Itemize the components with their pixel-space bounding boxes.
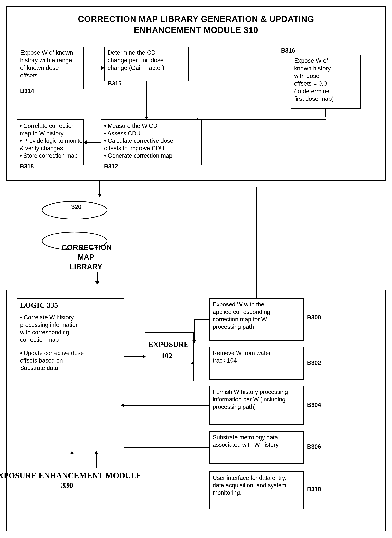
svg-text:associated with W history: associated with W history xyxy=(213,441,279,448)
arrow-cylinder-down xyxy=(65,272,130,288)
svg-text:B314: B314 xyxy=(20,88,34,94)
svg-text:Substrate metrology data: Substrate metrology data xyxy=(213,434,278,441)
svg-text:data acquisition, and system: data acquisition, and system xyxy=(213,482,286,489)
arrow-b318-down xyxy=(65,181,130,200)
svg-text:(to determine: (to determine xyxy=(294,88,329,94)
svg-text:first dose map): first dose map) xyxy=(294,95,334,102)
svg-text:Exposed W with the: Exposed W with the xyxy=(213,301,264,308)
svg-text:known history: known history xyxy=(294,65,331,72)
svg-text:B312: B312 xyxy=(104,163,118,170)
svg-text:EXPOSURE  ENHANCEMENT MODULE: EXPOSURE ENHANCEMENT MODULE xyxy=(0,471,142,480)
svg-text:B310: B310 xyxy=(307,486,321,492)
top-flow-area: Expose W of known history with a range o… xyxy=(15,45,377,172)
top-module-title: CORRECTION MAP LIBRARY GENERATION & UPDA… xyxy=(15,14,377,36)
svg-text:Retrieve W from wafer: Retrieve W from wafer xyxy=(213,350,271,356)
svg-marker-50 xyxy=(95,282,99,285)
svg-text:• Assess CDU: • Assess CDU xyxy=(104,130,140,137)
svg-text:correction map: correction map xyxy=(20,336,59,343)
cylinder-section: 320 CORRECTION MAP LIBRARY xyxy=(6,181,386,272)
svg-text:processing information: processing information xyxy=(20,321,79,328)
svg-text:B302: B302 xyxy=(307,359,321,366)
svg-text:EXPOSURE: EXPOSURE xyxy=(148,340,189,348)
svg-text:information per W (including: information per W (including xyxy=(213,396,285,403)
svg-text:history with a range: history with a range xyxy=(20,57,72,64)
svg-text:Expose W of: Expose W of xyxy=(294,57,328,64)
svg-text:map to W history: map to W history xyxy=(20,130,64,137)
svg-marker-22 xyxy=(145,116,149,120)
svg-text:offsets = 0.0: offsets = 0.0 xyxy=(294,80,327,87)
svg-text:B306: B306 xyxy=(307,443,321,450)
bottom-module: LOGIC 335 • Correlate W history processi… xyxy=(6,290,386,531)
svg-text:B318: B318 xyxy=(20,163,34,170)
svg-text:• Correlate correction: • Correlate correction xyxy=(20,122,75,129)
svg-text:of known dose: of known dose xyxy=(20,65,59,71)
svg-text:102: 102 xyxy=(161,352,172,360)
svg-text:• Calculate corrective dose: • Calculate corrective dose xyxy=(104,137,173,144)
svg-text:offsets based on: offsets based on xyxy=(20,357,63,364)
svg-marker-43 xyxy=(98,194,102,197)
svg-marker-7 xyxy=(101,66,104,70)
svg-text:• Provide  logic to monitor: • Provide logic to monitor xyxy=(20,137,84,144)
svg-text:320: 320 xyxy=(71,203,82,210)
svg-text:& verify changes: & verify changes xyxy=(20,145,63,152)
svg-text:correction map for W: correction map for W xyxy=(213,316,267,323)
bottom-flow-area: LOGIC 335 • Correlate W history processi… xyxy=(15,297,377,521)
svg-text:• Generate correction map: • Generate correction map xyxy=(104,152,172,159)
svg-text:B315: B315 xyxy=(108,80,121,87)
svg-text:• Measure the W  CD: • Measure the W CD xyxy=(104,122,157,129)
svg-text:330: 330 xyxy=(61,481,73,490)
svg-text:• Correlate W history: • Correlate W history xyxy=(20,314,74,321)
top-flow-svg: Expose W of known history with a range o… xyxy=(15,45,378,172)
bottom-flow-svg: LOGIC 335 • Correlate W history processi… xyxy=(15,297,378,520)
svg-text:change per unit dose: change per unit dose xyxy=(108,57,164,64)
svg-text:Determine the CD: Determine the CD xyxy=(108,49,156,56)
svg-text:track 104: track 104 xyxy=(213,357,237,364)
svg-text:Furnish W history processing: Furnish W history processing xyxy=(213,389,288,395)
svg-text:offsets: offsets xyxy=(20,72,38,79)
top-module: CORRECTION MAP LIBRARY GENERATION & UPDA… xyxy=(6,6,386,181)
svg-text:with dose: with dose xyxy=(294,73,319,79)
svg-text:User interface for data entry,: User interface for data entry, xyxy=(213,474,286,481)
svg-text:B308: B308 xyxy=(307,314,321,321)
svg-text:• Store correction map: • Store correction map xyxy=(20,152,78,159)
svg-text:Expose W of known: Expose W of known xyxy=(20,49,73,56)
svg-text:processing path): processing path) xyxy=(213,404,256,410)
cylinder-title: CORRECTION MAP LIBRARY xyxy=(62,243,110,272)
page-container: CORRECTION MAP LIBRARY GENERATION & UPDA… xyxy=(6,6,386,531)
svg-text:offsets to improve  CDU: offsets to improve CDU xyxy=(104,145,164,152)
svg-text:with corresponding: with corresponding xyxy=(20,329,69,336)
svg-text:• Update corrective dose: • Update corrective dose xyxy=(20,350,84,356)
svg-text:change (Gain Factor): change (Gain Factor) xyxy=(108,65,164,71)
svg-text:processing path: processing path xyxy=(213,324,254,330)
svg-text:applied corresponding: applied corresponding xyxy=(213,309,270,315)
svg-text:LOGIC   335: LOGIC 335 xyxy=(20,301,58,309)
svg-text:Substrate data: Substrate data xyxy=(20,365,58,371)
svg-text:B304: B304 xyxy=(307,402,321,408)
svg-text:B316: B316 xyxy=(281,47,295,54)
svg-text:monitoring.: monitoring. xyxy=(213,489,242,496)
